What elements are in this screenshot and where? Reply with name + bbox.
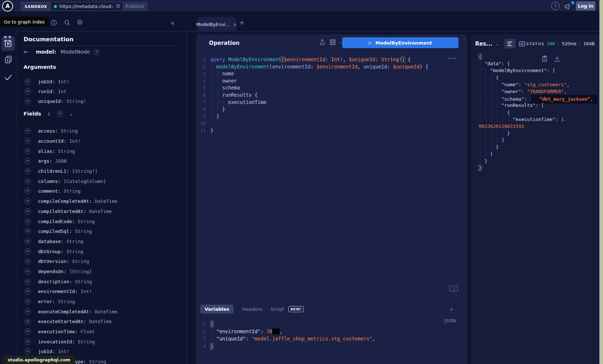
add-field-button[interactable]: + xyxy=(93,49,100,55)
keyboard-shortcuts-icon[interactable] xyxy=(449,285,458,292)
field-type[interactable]: String xyxy=(72,259,89,264)
add-to-query-button[interactable]: + xyxy=(25,228,31,234)
chevron-down-icon[interactable]: ⌄ xyxy=(69,111,73,117)
search-icon[interactable] xyxy=(64,19,71,26)
field-type[interactable]: String xyxy=(75,279,92,284)
sidebar-item-schema-diff[interactable] xyxy=(4,55,13,64)
add-to-query-button[interactable]: + xyxy=(25,128,31,134)
operation-tab[interactable]: ModelByEnvi... × xyxy=(197,17,236,32)
schema-field-item[interactable]: +jobId:Int! xyxy=(16,77,187,87)
schema-field-item[interactable]: +dbtVersion:String xyxy=(16,256,187,267)
field-type[interactable]: [String] xyxy=(69,269,92,274)
add-to-query-button[interactable]: + xyxy=(25,348,31,355)
new-tab-button[interactable]: + xyxy=(239,18,245,26)
schema-field-item[interactable]: +error:String xyxy=(16,297,187,307)
add-to-query-button[interactable]: + xyxy=(25,298,31,305)
schema-field-item[interactable]: +columns:[CatalogColumn] xyxy=(16,176,187,186)
schema-field-item[interactable]: +environmentId:Int! xyxy=(16,286,187,297)
schema-field-item[interactable]: +executeStartedAt:DateTime xyxy=(16,317,187,327)
add-to-query-button[interactable]: + xyxy=(25,329,31,335)
field-type[interactable]: String xyxy=(58,148,75,154)
graph-index-icon[interactable] xyxy=(4,36,11,42)
add-to-query-button[interactable]: + xyxy=(25,79,31,85)
response-tree-view-button[interactable] xyxy=(504,39,515,49)
schema-field-item[interactable]: +accountId:Int! xyxy=(16,136,187,146)
apollo-logo[interactable]: A xyxy=(2,1,13,12)
schema-field-item[interactable]: +uniqueId:String! xyxy=(16,96,187,106)
save-icon[interactable] xyxy=(329,39,336,46)
schema-field-item[interactable]: +executionTime:Float xyxy=(16,327,187,337)
field-type[interactable]: Int! xyxy=(81,289,92,294)
share-icon[interactable] xyxy=(319,38,326,46)
collapse-panel-icon[interactable]: « xyxy=(171,19,175,27)
field-type[interactable]: String xyxy=(89,359,106,364)
run-operation-button[interactable]: ▷ ModelByEnvironment xyxy=(342,37,458,48)
add-to-query-button[interactable]: + xyxy=(25,158,31,164)
schema-field-item[interactable]: +compiledCode:String xyxy=(16,216,187,226)
tab-headers[interactable]: Headers xyxy=(242,306,262,312)
tab-variables[interactable]: Variables xyxy=(200,305,234,314)
add-to-query-button[interactable]: + xyxy=(25,309,31,315)
response-table-view-icon[interactable] xyxy=(519,41,525,47)
field-type[interactable]: Float xyxy=(81,329,95,334)
add-all-fields-button[interactable]: + xyxy=(57,110,63,117)
add-to-query-button[interactable]: + xyxy=(25,288,31,294)
field-type[interactable]: JSON xyxy=(55,158,66,164)
schema-field-item[interactable]: +comment:String xyxy=(16,186,187,196)
sort-icon[interactable]: ↓ xyxy=(47,111,51,117)
breadcrumb-type[interactable]: ModelNode xyxy=(60,49,90,55)
variables-editor[interactable]: 1{2│ "environmentId": 78,3│ "uniqueId": … xyxy=(196,320,375,350)
add-to-query-button[interactable]: + xyxy=(25,98,31,104)
response-title[interactable]: Res... xyxy=(475,41,493,47)
schema-field-item[interactable]: +executeCompletedAt:DateTime xyxy=(16,306,187,317)
add-to-query-button[interactable]: + xyxy=(25,208,31,214)
field-type[interactable]: DateTime xyxy=(89,319,112,324)
add-to-query-button[interactable]: + xyxy=(25,268,31,275)
add-to-query-button[interactable]: + xyxy=(25,218,31,225)
field-type[interactable]: Int xyxy=(58,89,66,94)
add-to-query-button[interactable]: + xyxy=(25,168,31,174)
field-type[interactable]: [CatalogColumn] xyxy=(64,179,106,184)
add-to-query-button[interactable]: + xyxy=(25,248,31,255)
schema-field-item[interactable]: +jobId:Int! xyxy=(16,347,187,357)
field-type[interactable]: String xyxy=(66,249,83,254)
response-json[interactable]: {│ "data": {│ │ "modelByEnvironment": [│… xyxy=(479,53,598,171)
schema-field-item[interactable]: +database:String xyxy=(16,237,187,247)
close-tab-icon[interactable]: × xyxy=(233,22,237,28)
schema-field-item[interactable]: +runId:Int xyxy=(16,87,187,96)
field-type[interactable]: DateTime xyxy=(89,209,112,214)
schema-field-item[interactable]: +description:String xyxy=(16,276,187,286)
schema-field-item[interactable]: +access:String xyxy=(16,126,187,136)
login-button[interactable]: Log in xyxy=(576,1,595,11)
schema-field-item[interactable]: +childrenL1:[String!] xyxy=(16,166,187,176)
add-to-query-button[interactable]: + xyxy=(25,138,31,144)
schema-field-item[interactable]: +compileStartedAt:DateTime xyxy=(16,206,187,217)
add-to-query-button[interactable]: + xyxy=(25,188,31,194)
endpoint-url-text[interactable]: https://metadata.cloud.get xyxy=(59,4,113,9)
field-type[interactable]: [String!] xyxy=(72,168,97,174)
editor-options-menu[interactable]: ••• xyxy=(448,56,456,61)
add-to-query-button[interactable]: + xyxy=(25,198,31,204)
schema-field-item[interactable]: +dependsOn:[String] xyxy=(16,267,187,277)
response-dropdown-chevron-icon[interactable]: ⌄ xyxy=(495,41,499,46)
publish-button[interactable]: Publish xyxy=(122,2,147,11)
add-to-query-button[interactable]: + xyxy=(25,148,31,154)
help-icon[interactable]: ? xyxy=(551,2,560,10)
field-type[interactable]: String! xyxy=(66,99,86,104)
history-icon[interactable] xyxy=(50,19,58,26)
explorer-settings-icon[interactable]: ⚙ xyxy=(77,18,83,26)
schema-field-item[interactable]: +compileCompletedAt:DateTime xyxy=(16,196,187,206)
add-to-query-button[interactable]: + xyxy=(25,339,31,345)
field-type[interactable]: Int! xyxy=(69,138,80,144)
endpoint-settings-icon[interactable]: ⚙ xyxy=(116,4,121,9)
schema-field-item[interactable]: +alias:String xyxy=(16,146,187,156)
field-type[interactable]: String xyxy=(64,188,81,194)
add-to-query-button[interactable]: + xyxy=(25,88,31,95)
collapse-variables-icon[interactable]: » xyxy=(448,307,455,311)
add-to-query-button[interactable]: + xyxy=(25,318,31,325)
field-type[interactable]: String xyxy=(78,219,95,224)
field-type[interactable]: String xyxy=(61,128,78,134)
field-type[interactable]: String xyxy=(75,229,92,234)
tab-script[interactable]: Script xyxy=(271,306,284,312)
add-to-query-button[interactable]: + xyxy=(25,238,31,244)
